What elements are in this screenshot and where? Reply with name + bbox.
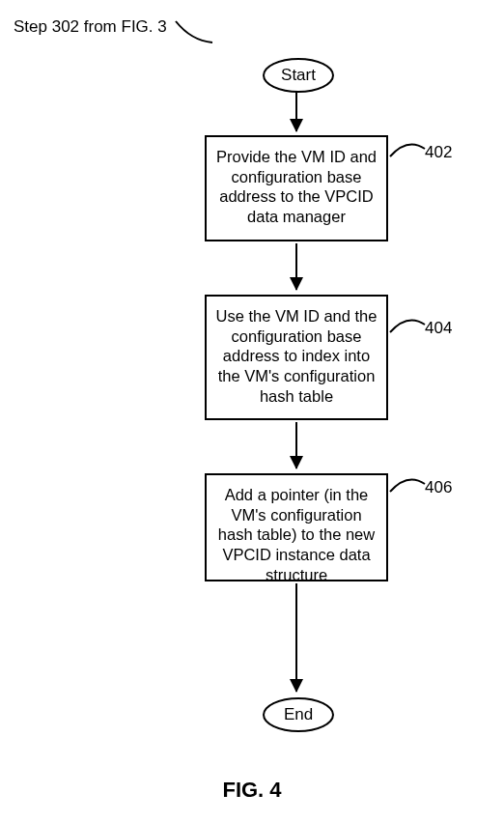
step-id-406: 406 [425,478,452,497]
callout-curve-icon [388,135,427,162]
step-box-406: Add a pointer (in the VM's configuration… [205,473,388,581]
arrow-406-to-end [295,583,297,692]
callout-curve-icon [388,470,427,497]
arrow-404-to-406 [295,422,297,468]
step-text-402: Provide the VM ID and configuration base… [216,148,377,225]
start-terminator: Start [263,58,334,93]
end-terminator: End [263,697,334,732]
step-id-404: 404 [425,319,452,338]
start-label: Start [281,66,316,85]
step-box-402: Provide the VM ID and configuration base… [205,135,388,241]
arrow-402-to-404 [295,243,297,290]
figure-caption: FIG. 4 [0,778,504,803]
step-text-406: Add a pointer (in the VM's configuration… [218,486,375,583]
callout-curve-icon [388,311,427,338]
end-label: End [284,705,313,724]
reference-curve-icon [174,14,222,46]
step-id-402: 402 [425,143,452,162]
step-text-404: Use the VM ID and the configuration base… [216,307,378,405]
reference-label: Step 302 from FIG. 3 [14,17,167,37]
flowchart-container: Step 302 from FIG. 3 Start Provide the V… [0,0,504,822]
arrow-start-to-402 [295,91,297,131]
step-box-404: Use the VM ID and the configuration base… [205,295,388,420]
